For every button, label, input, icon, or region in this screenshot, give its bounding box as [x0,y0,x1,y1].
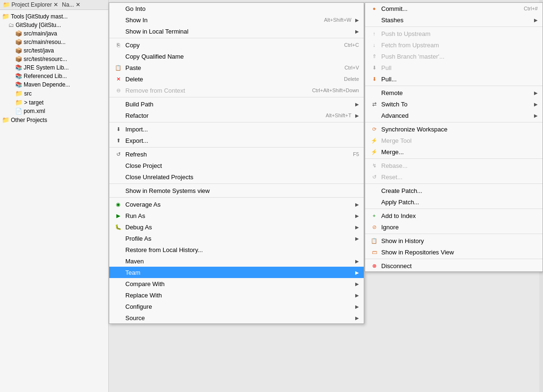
git-menu-item-apply-patch[interactable]: Apply Patch... [365,196,543,208]
tree-item-src-test-java[interactable]: 📦src/test/java [0,46,108,55]
git-icon-switch-to: ⇄ [370,100,378,108]
menu-item-debug-as[interactable]: 🐛Debug As▶ [109,221,364,233]
menu-item-source[interactable]: Source▶ [109,312,364,323]
menu-item-maven[interactable]: Maven▶ [109,255,364,267]
menu-item-coverage-as[interactable]: ◉Coverage As▶ [109,199,364,210]
git-separator [365,26,543,27]
menu-arrow-refactor: ▶ [355,113,359,118]
tree-item-ref-lib[interactable]: 📚Referenced Lib... [0,72,108,80]
git-menu-item-switch-to[interactable]: ⇄Switch To▶ [365,98,543,110]
menu-label-paste: Paste [125,64,335,71]
git-menu-item-fetch-upstream: ↓Fetch from Upstream [365,39,543,51]
git-shortcut-commit: Ctrl+# [524,6,538,11]
project-explorer-tab[interactable]: 📁 Project Explorer ✕ [3,1,58,8]
git-menu-item-rebase: ↯Rebase... [365,160,543,171]
menu-item-delete[interactable]: ✕DeleteDelete [109,73,364,85]
tree-item-tools[interactable]: 📁Tools [GitStudy mast... [0,12,108,21]
git-menu-item-add-index[interactable]: +Add to Index [365,210,543,221]
git-menu-item-show-history[interactable]: 📋Show in History [365,235,543,246]
git-menu-item-disconnect[interactable]: ⊗Disconnect [365,260,543,271]
tree-label: Maven Depende... [24,81,70,88]
menu-label-source: Source [125,314,351,322]
tree-item-maven-dep[interactable]: 📚Maven Depende... [0,80,108,89]
menu-icon-maven [114,257,123,265]
menu-item-go-into[interactable]: Go Into [109,3,364,14]
git-menu-item-pull-dots[interactable]: ⬇Pull... [365,73,543,85]
git-arrow-advanced: ▶ [534,113,538,118]
git-menu-item-create-patch[interactable]: Create Patch... [365,185,543,196]
menu-separator [109,38,364,38]
menu-separator [109,122,364,122]
menu-icon-close-project [114,162,123,169]
menu-item-build-path[interactable]: Build Path▶ [109,98,364,110]
menu-arrow-run-as: ▶ [355,213,359,218]
menu-item-replace-with[interactable]: Replace With▶ [109,289,364,301]
menu-item-close-unrelated[interactable]: Close Unrelated Projects [109,171,364,183]
menu-label-show-remote: Show in Remote Systems view [125,187,359,194]
menu-item-configure[interactable]: Configure▶ [109,301,364,312]
git-label-push-branch: Push Branch 'master'... [381,53,538,60]
menu-item-import[interactable]: ⬇Import... [109,123,364,135]
git-menu-item-ignore[interactable]: ⊘Ignore [365,221,543,233]
menu-item-compare-with[interactable]: Compare With▶ [109,278,364,289]
menu-icon-paste: 📋 [114,64,123,71]
menu-shortcut-show-in: Alt+Shift+W [324,17,351,23]
tree-item-target[interactable]: 📁> target [0,98,108,107]
git-menu-item-remote[interactable]: Remote▶ [365,87,543,98]
nav-tab[interactable]: Na... ✕ [62,1,80,8]
git-menu-item-show-repos[interactable]: 🗃Show in Repositories View [365,246,543,258]
git-menu-item-stashes[interactable]: Stashes▶ [365,14,543,26]
tree-item-gitstudy[interactable]: 🗂GitStudy [GitStu... [0,21,108,29]
menu-item-copy-qualified[interactable]: Copy Qualified Name [109,51,364,62]
git-menu-item-reset: ↺Reset... [365,171,543,183]
menu-item-team[interactable]: Team▶ [109,267,364,278]
menu-arrow-replace-with: ▶ [355,293,359,298]
tree-item-src-test-res[interactable]: 📦src/test/resourc... [0,55,108,63]
tree-item-pomxml[interactable]: 📄pom.xml [0,107,108,115]
menu-item-refresh[interactable]: ↺RefreshF5 [109,148,364,160]
git-icon-commit: ● [370,5,378,12]
menu-arrow-configure: ▶ [355,304,359,309]
tree-item-jre-system[interactable]: 📚JRE System Lib... [0,63,108,72]
tree-item-other-projects[interactable]: 📁Other Projects [0,115,108,124]
git-menu-item-merge[interactable]: ⚡Merge... [365,146,543,157]
menu-arrow-show-in-terminal: ▶ [355,29,359,34]
git-label-add-index: Add to Index [381,212,538,219]
git-context-menu: ●Commit...Ctrl+#Stashes▶↑Push to Upstrea… [365,2,543,272]
menu-item-close-project[interactable]: Close Project [109,160,364,171]
git-arrow-stashes: ▶ [534,17,538,23]
tree-label: JRE System Lib... [24,64,69,71]
menu-item-restore-history[interactable]: Restore from Local History... [109,244,364,255]
menu-item-run-as[interactable]: ▶Run As▶ [109,210,364,221]
menu-item-profile-as[interactable]: Profile As▶ [109,233,364,244]
tree-item-src[interactable]: 📁src [0,89,108,98]
menu-separator [109,183,364,184]
menu-item-copy[interactable]: ⎘CopyCtrl+C [109,39,364,51]
git-label-stashes: Stashes [381,17,530,24]
menu-icon-import: ⬇ [114,125,123,133]
menu-item-export[interactable]: ⬆Export... [109,135,364,146]
menu-item-show-remote[interactable]: Show in Remote Systems view [109,185,364,196]
git-menu-item-advanced[interactable]: Advanced▶ [365,110,543,121]
menu-item-paste[interactable]: 📋PasteCtrl+V [109,62,364,73]
menu-item-show-in-terminal[interactable]: Show in Local Terminal▶ [109,26,364,37]
menu-arrow-debug-as: ▶ [355,225,359,230]
git-label-reset: Reset... [381,174,538,181]
tree-item-src-main-java[interactable]: 📦src/main/java [0,29,108,38]
git-menu-item-merge-tool: ⚡Merge Tool [365,135,543,146]
git-arrow-switch-to: ▶ [534,102,538,107]
tree-item-src-main-res[interactable]: 📦src/main/resou... [0,38,108,46]
git-separator [365,158,543,159]
menu-label-coverage-as: Coverage As [125,201,351,208]
menu-arrow-maven: ▶ [355,259,359,264]
menu-item-show-in[interactable]: Show InAlt+Shift+W▶ [109,14,364,26]
git-menu-item-commit[interactable]: ●Commit...Ctrl+# [365,3,543,14]
menu-label-compare-with: Compare With [125,280,351,287]
menu-item-refactor[interactable]: RefactorAlt+Shift+T▶ [109,110,364,121]
menu-icon-refactor [114,112,123,119]
git-icon-rebase: ↯ [370,162,378,169]
git-menu-item-sync-workspace[interactable]: ⟳Synchronize Workspace [365,123,543,135]
git-separator [365,86,543,86]
git-label-commit: Commit... [381,5,514,12]
git-icon-reset: ↺ [370,173,378,181]
